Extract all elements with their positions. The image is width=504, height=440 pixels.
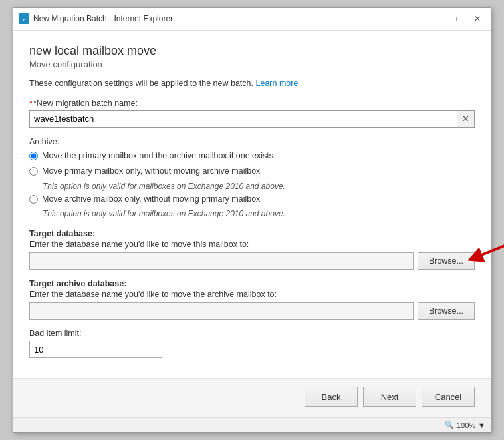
minimize-button[interactable]: — <box>432 12 448 25</box>
zoom-dropdown-icon[interactable]: ▼ <box>478 421 485 429</box>
zoom-level: 100% <box>457 421 475 429</box>
archive-label-3[interactable]: Move archive mailbox only, without movin… <box>42 194 260 206</box>
description-text: These configuration settings will be app… <box>29 79 253 88</box>
zoom-area: 🔍 100% ▼ <box>445 421 485 429</box>
archive-option-3: Move archive mailbox only, without movin… <box>29 194 475 206</box>
window-title: New Migration Batch - Internet Explorer <box>33 14 432 23</box>
target-db-input-row: Browse... <box>29 252 475 270</box>
archive-label-2[interactable]: Move primary mailbox only, without movin… <box>42 166 260 178</box>
target-archive-db-input[interactable] <box>29 302 414 320</box>
app-icon: e <box>19 13 29 24</box>
archive-option-1: Move the primary mailbox and the archive… <box>29 150 475 162</box>
learn-more-link[interactable]: Learn more <box>256 79 299 88</box>
footer: Back Next Cancel <box>13 378 491 417</box>
archive-radio-3[interactable] <box>29 195 38 204</box>
page-title: new local mailbox move <box>29 44 475 58</box>
archive-radio-group: Move the primary mailbox and the archive… <box>29 150 475 219</box>
archive-label: Archive: <box>29 137 475 146</box>
maximize-button[interactable]: □ <box>451 12 467 25</box>
next-button[interactable]: Next <box>363 387 416 407</box>
statusbar: 🔍 100% ▼ <box>13 417 491 432</box>
archive-note-2: This option is only valid for mailboxes … <box>43 182 475 191</box>
bad-item-section: Bad item limit: <box>29 329 475 358</box>
titlebar: e New Migration Batch - Internet Explore… <box>13 8 491 31</box>
archive-option-2: Move primary mailbox only, without movin… <box>29 166 475 178</box>
svg-line-3 <box>475 244 504 258</box>
archive-radio-1[interactable] <box>29 152 38 160</box>
content-area: new local mailbox move Move configuratio… <box>13 31 491 379</box>
target-db-desc: Enter the database name you'd like to mo… <box>29 240 475 249</box>
target-db-title: Target database: <box>29 229 475 238</box>
bad-item-label: Bad item limit: <box>29 329 475 338</box>
page-subtitle: Move configuration <box>29 59 475 69</box>
page-description: These configuration settings will be app… <box>29 79 475 88</box>
svg-text:e: e <box>23 16 25 23</box>
cancel-button[interactable]: Cancel <box>422 387 475 407</box>
target-archive-database-section: Target archive database: Enter the datab… <box>29 279 475 320</box>
zoom-icon: 🔍 <box>445 421 454 429</box>
archive-note-3: This option is only valid for mailboxes … <box>43 209 475 218</box>
target-db-input[interactable] <box>29 252 414 270</box>
batch-name-label: *New migration batch name: <box>29 99 475 108</box>
bad-item-input[interactable] <box>29 341 162 358</box>
target-archive-db-browse-button[interactable]: Browse... <box>418 302 475 320</box>
window-controls: — □ ✕ <box>432 12 485 25</box>
target-archive-db-input-row: Browse... <box>29 302 475 320</box>
back-button[interactable]: Back <box>305 387 358 407</box>
close-button[interactable]: ✕ <box>469 12 485 25</box>
target-database-section: Target database: Enter the database name… <box>29 229 475 270</box>
archive-label-1[interactable]: Move the primary mailbox and the archive… <box>42 150 273 162</box>
archive-radio-2[interactable] <box>29 167 38 176</box>
target-archive-db-title: Target archive database: <box>29 279 475 288</box>
target-db-browse-button[interactable]: Browse... <box>418 252 475 270</box>
batch-name-input[interactable] <box>29 110 457 128</box>
main-window: e New Migration Batch - Internet Explore… <box>13 7 491 433</box>
target-archive-db-desc: Enter the database name you'd like to mo… <box>29 290 475 299</box>
batch-name-row: ✕ <box>29 110 475 128</box>
clear-button[interactable]: ✕ <box>457 110 475 128</box>
